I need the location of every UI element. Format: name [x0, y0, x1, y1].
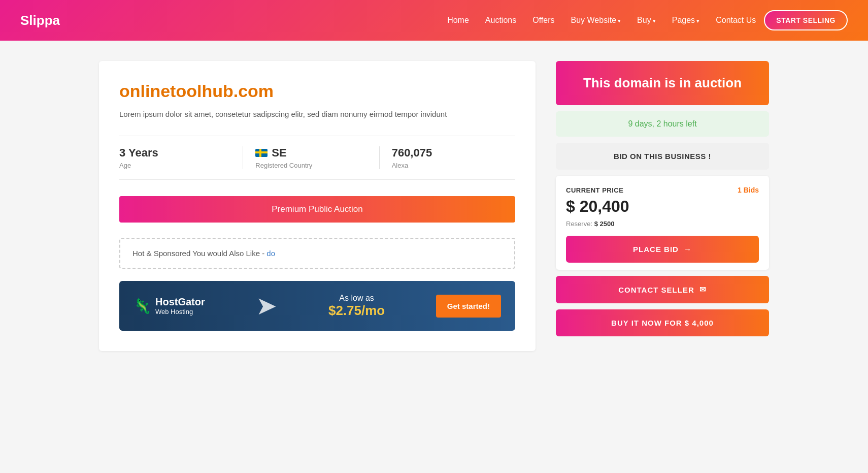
time-left-box: 9 days, 2 hours left — [556, 111, 769, 137]
bid-business-box: BID ON THIS BUSINESS ! — [556, 143, 769, 170]
start-selling-button[interactable]: START SELLING — [764, 10, 848, 30]
hostgator-gator-icon: 🦎 — [133, 298, 151, 314]
hostgator-logo: 🦎 HostGator Web Hosting — [133, 296, 205, 316]
auction-sidebar: This domain is in auction 9 days, 2 hour… — [556, 61, 769, 336]
place-bid-button[interactable]: PLACE BID → — [566, 236, 759, 263]
nav-pages[interactable]: Pages — [672, 16, 699, 24]
stat-age-label: Age — [119, 162, 230, 169]
auction-type-button[interactable]: Premium Public Auction — [119, 196, 515, 223]
buy-now-button[interactable]: BUY IT NOW FOR $ 4,000 — [556, 309, 769, 336]
price-amount: $ 20,400 — [566, 197, 759, 216]
stat-age-value: 3 Years — [119, 146, 230, 160]
domain-description: Lorem ipsum dolor sit amet, consetetur s… — [119, 108, 515, 120]
domain-stats: 3 Years Age SE Registered Country 760,07… — [119, 136, 515, 180]
logo: Slippa — [20, 13, 60, 28]
contact-seller-button[interactable]: CONTACT SELLER ✉ — [556, 276, 769, 303]
sponsored-box: Hot & Sponsored You would Also Like - do — [119, 238, 515, 269]
stat-alexa-value: 760,075 — [392, 146, 503, 160]
nav-buy-website[interactable]: Buy Website — [571, 16, 621, 24]
hostgator-sub: Web Hosting — [155, 308, 205, 316]
nav-buy[interactable]: Buy — [637, 16, 656, 24]
hostgator-arrow-icon: ➤ — [256, 291, 277, 321]
mail-icon: ✉ — [699, 285, 707, 294]
stat-country: SE Registered Country — [243, 146, 379, 169]
bids-count: 1 Bids — [738, 186, 759, 194]
sponsored-link[interactable]: do — [266, 249, 275, 258]
nav-contact[interactable]: Contact Us — [716, 16, 756, 24]
price-section: CURRENT PRICE 1 Bids $ 20,400 Reserve: $… — [556, 176, 769, 270]
nav-offers[interactable]: Offers — [532, 16, 554, 24]
hostgator-price: As low as $2.75/mo — [328, 294, 385, 319]
nav-home[interactable]: Home — [447, 16, 469, 24]
flag-icon — [255, 149, 268, 157]
reserve-text: Reserve: $ 2500 — [566, 220, 759, 228]
nav-auctions[interactable]: Auctions — [485, 16, 516, 24]
stat-age: 3 Years Age — [119, 146, 243, 169]
sponsored-text: Hot & Sponsored You would Also Like - — [132, 249, 266, 258]
domain-detail-panel: onlinetoolhub.com Lorem ipsum dolor sit … — [99, 61, 536, 351]
place-bid-arrow-icon: → — [684, 245, 692, 254]
stat-alexa-label: Alexa — [392, 162, 503, 169]
hostgator-cta-button[interactable]: Get started! — [436, 295, 501, 318]
auction-badge: This domain is in auction — [556, 61, 769, 105]
hostgator-brand: HostGator — [155, 296, 205, 308]
current-price-label: CURRENT PRICE — [566, 186, 623, 194]
domain-title: onlinetoolhub.com — [119, 81, 515, 101]
stat-country-value: SE — [255, 146, 366, 160]
stat-alexa: 760,075 Alexa — [379, 146, 515, 169]
stat-country-label: Registered Country — [255, 162, 366, 169]
hostgator-banner: 🦎 HostGator Web Hosting ➤ As low as $2.7… — [119, 281, 515, 331]
